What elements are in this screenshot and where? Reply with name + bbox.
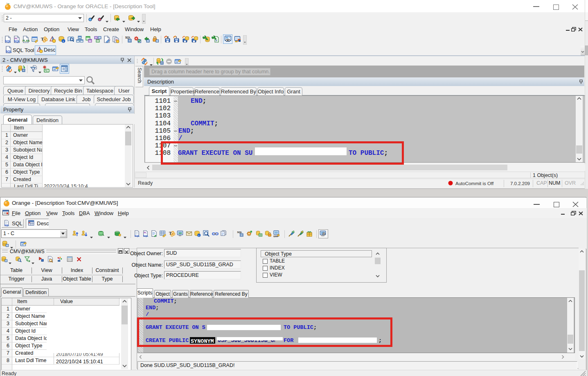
svg-text:SQL: SQL (14, 40, 20, 43)
svg-text:SQL: SQL (6, 50, 12, 53)
svg-text:SQL: SQL (5, 224, 9, 227)
svg-text:i: i (63, 40, 64, 43)
svg-text:T: T (41, 36, 44, 41)
svg-text:SQL: SQL (5, 40, 11, 43)
svg-text:SQL: SQL (237, 231, 242, 233)
svg-text:SQL: SQL (135, 234, 140, 237)
svg-text:E: E (167, 36, 169, 39)
svg-text:PLAN: PLAN (23, 39, 29, 42)
svg-text:SQL: SQL (143, 234, 149, 237)
svg-text:SQL: SQL (125, 36, 131, 39)
svg-text:I: I (176, 36, 177, 39)
svg-text:i: i (198, 234, 199, 237)
svg-text:PL: PL (144, 231, 147, 234)
